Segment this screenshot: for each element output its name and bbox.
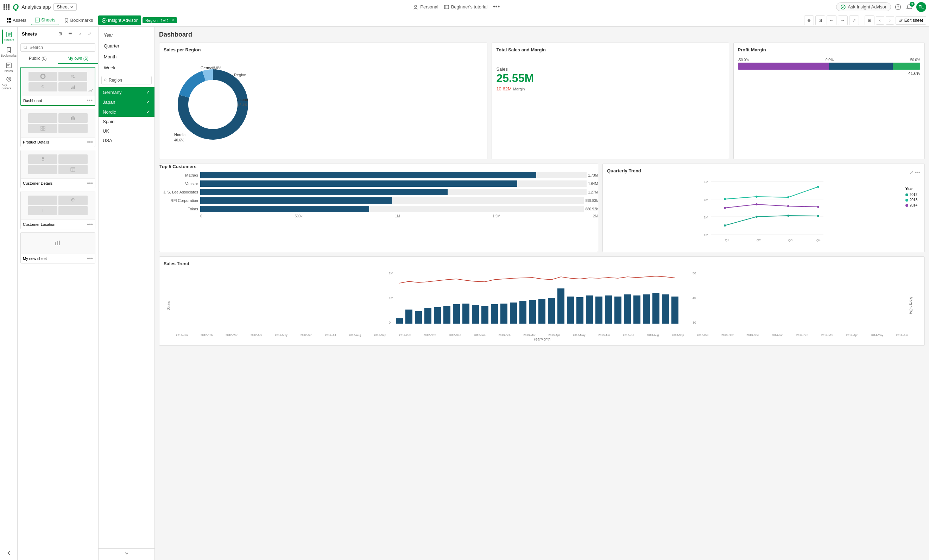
region-usa[interactable]: USA — [98, 136, 155, 145]
bar-label-3: RFI Corporation — [159, 198, 198, 203]
sheets-search-input[interactable] — [29, 45, 92, 50]
region-nordic[interactable]: Nordic ✓ — [98, 107, 155, 117]
assets-nav[interactable]: Assets — [3, 15, 30, 25]
svg-rect-6 — [3, 8, 5, 10]
sidebar-item-bookmarks[interactable]: Bookmarks — [2, 45, 16, 59]
margin-scale: -50.0% 0.0% 50.0% — [738, 58, 921, 62]
filter-month[interactable]: Month — [98, 51, 155, 62]
sheet-dropdown[interactable]: Sheet — [54, 3, 77, 11]
series-2012-q2 — [756, 216, 757, 218]
svg-rect-37 — [71, 117, 72, 119]
bar-val-3: 999.83k — [585, 199, 598, 203]
bar-row-2: J. S. Lee Associates 1.27M — [159, 189, 598, 195]
donut-inner-circle — [193, 85, 232, 124]
bar-2013-jan — [510, 303, 517, 324]
more-trend-icon[interactable]: ••• — [915, 170, 920, 175]
y-40-right: 40 — [693, 296, 696, 300]
donut-chart: Japan 46.4% Nordic 40.6% Germany 13.0% R… — [164, 55, 262, 154]
sheet-more-newsheet[interactable]: ••• — [87, 256, 93, 262]
bar-2012-oct — [481, 306, 488, 324]
svg-rect-1 — [6, 4, 8, 6]
bar-fill-2 — [200, 189, 448, 195]
back-icon[interactable]: ← — [826, 15, 837, 25]
top-bar-center: Personal Beginner's tutorial ••• — [80, 3, 833, 11]
x-q1: Q1 — [725, 239, 729, 242]
sheet-card-customer[interactable]: Customer Details ••• — [20, 150, 95, 188]
region-japan[interactable]: Japan ✓ — [98, 97, 155, 107]
region-close-icon[interactable]: ✕ — [171, 18, 174, 23]
expand-icon[interactable]: ⤢ — [86, 29, 94, 38]
sidebar-item-sheets[interactable]: Sheets — [2, 29, 16, 44]
region-search-box[interactable]: Region — [101, 76, 152, 84]
filter-panel-expand[interactable] — [98, 548, 155, 557]
region-filter-badge[interactable]: Region 3 of 6 ✕ — [143, 17, 177, 23]
region-germany[interactable]: Germany ✓ — [98, 87, 155, 97]
more-menu-icon[interactable]: ••• — [493, 3, 500, 11]
profit-margin-chart: -50.0% 0.0% 50.0% 41.6% — [738, 58, 921, 76]
sheets-nav[interactable]: Sheets — [31, 15, 59, 25]
bookmarks-nav[interactable]: Bookmarks — [61, 15, 97, 25]
bar-2013-dec — [615, 297, 621, 324]
sheet-more-location[interactable]: ••• — [87, 221, 93, 228]
grid-view-button[interactable]: ⊞ — [56, 29, 64, 38]
bar-val-0: 1.73M — [588, 173, 598, 177]
sheet-card-dashboard[interactable]: #1 ⏱ Dashboard ••• — [20, 67, 95, 106]
tab-myown[interactable]: My own (5) — [58, 54, 98, 64]
filter-quarter[interactable]: Quarter — [98, 40, 155, 51]
bar-2013-sep — [586, 295, 593, 324]
bar-2013-jul — [567, 297, 574, 324]
nordic-check: ✓ — [146, 109, 150, 115]
bar-fill-0 — [200, 172, 536, 178]
bar-2013-oct — [595, 297, 602, 324]
x-axis-label: YearMonth — [164, 337, 920, 341]
filter-week[interactable]: Week — [98, 62, 155, 73]
bar-bg-4 — [200, 206, 584, 212]
region-spain[interactable]: Spain — [98, 117, 155, 126]
trend-legend-title: Year — [905, 187, 917, 191]
sheet-card-location[interactable]: ⤓ Customer Location ••• — [20, 191, 95, 230]
sheet-card-product[interactable]: Product Details ••• — [20, 109, 95, 147]
selections-icon[interactable]: ⊡ — [816, 15, 825, 25]
tutorial-menu[interactable]: Beginner's tutorial — [444, 4, 488, 9]
x-q4: Q4 — [816, 239, 821, 242]
collapse-sidebar-icon[interactable] — [6, 550, 12, 560]
insight-advisor-nav[interactable]: Insight Advisor — [98, 15, 141, 25]
sheet-more-customer[interactable]: ••• — [87, 180, 93, 187]
fullscreen-icon[interactable]: ⤢ — [849, 15, 859, 25]
sheet-card-newsheet[interactable]: My new sheet ••• — [20, 232, 95, 263]
tab-public[interactable]: Public (0) — [18, 54, 58, 64]
y-1m-trend: 1M — [389, 296, 393, 300]
grid-menu-icon[interactable] — [3, 3, 10, 11]
insight-advisor-button[interactable]: Ask Insight Advisor — [836, 3, 891, 11]
sidebar-item-key-drivers[interactable]: Key drivers — [2, 76, 16, 90]
list-view-button[interactable]: ☰ — [66, 29, 74, 38]
svg-text:?: ? — [897, 5, 899, 9]
smart-search-icon[interactable]: ⊕ — [804, 15, 814, 25]
personal-menu[interactable]: Personal — [413, 4, 438, 9]
kpi-values: Sales 25.55M 10.62M Margin — [496, 66, 724, 92]
y-50-right: 50 — [693, 272, 696, 275]
sidebar-item-notes[interactable]: Notes — [2, 61, 16, 75]
sheets-search-box[interactable] — [20, 43, 95, 52]
svg-point-9 — [414, 5, 417, 8]
next-sheet-arrow[interactable]: › — [886, 16, 894, 24]
sheet-more-dashboard[interactable]: ••• — [87, 98, 92, 104]
total-sales-title: Total Sales and Margin — [496, 47, 724, 52]
region-uk[interactable]: UK — [98, 126, 155, 136]
sort-icon[interactable]: ⊿ — [76, 29, 84, 38]
bar-2014-mar — [643, 294, 650, 324]
edit-sheet-button[interactable]: Edit sheet — [895, 16, 926, 24]
top5-title: Top 5 Customers — [159, 164, 598, 169]
sheet-preview-product — [21, 109, 95, 137]
help-icon[interactable]: ? — [894, 3, 902, 11]
prev-sheet-arrow[interactable]: ‹ — [876, 16, 884, 24]
svg-rect-2 — [8, 4, 9, 6]
svg-rect-41 — [43, 126, 45, 128]
sheet-card-footer-customer: Customer Details ••• — [21, 178, 95, 188]
sheet-more-product[interactable]: ••• — [87, 139, 93, 145]
expand-trend-icon[interactable]: ⤢ — [909, 170, 914, 175]
filter-year[interactable]: Year — [98, 29, 155, 40]
svg-point-53 — [104, 79, 106, 81]
grid-view-icon[interactable]: ⊞ — [865, 15, 874, 25]
forward-icon[interactable]: → — [838, 15, 848, 25]
